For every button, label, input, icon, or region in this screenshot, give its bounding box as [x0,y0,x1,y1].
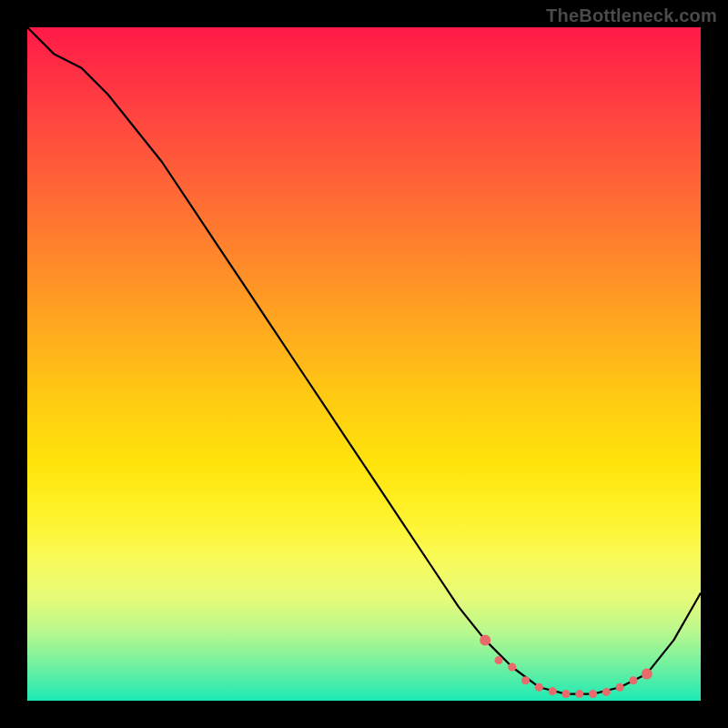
sweet-spot-marker [495,656,503,664]
plot-area [27,27,701,701]
sweet-spot-marker [480,634,490,645]
chart-overlay [27,27,701,701]
sweet-spot-marker [630,676,638,684]
chart-frame: TheBottleneck.com [0,0,728,728]
sweet-spot-marker [562,690,571,698]
sweet-spot-marker [508,663,516,672]
bottleneck-curve [27,27,701,694]
sweet-spot-marker [589,690,597,698]
sweet-spot-marker [521,676,530,684]
sweet-spot-marker [535,683,543,692]
watermark-text: TheBottleneck.com [546,5,717,26]
sweet-spot-marker [575,690,583,698]
sweet-spot-marker [602,688,611,696]
sweet-spot-markers [480,634,652,698]
sweet-spot-marker [642,668,652,679]
sweet-spot-marker [549,687,557,695]
sweet-spot-marker [616,683,624,692]
